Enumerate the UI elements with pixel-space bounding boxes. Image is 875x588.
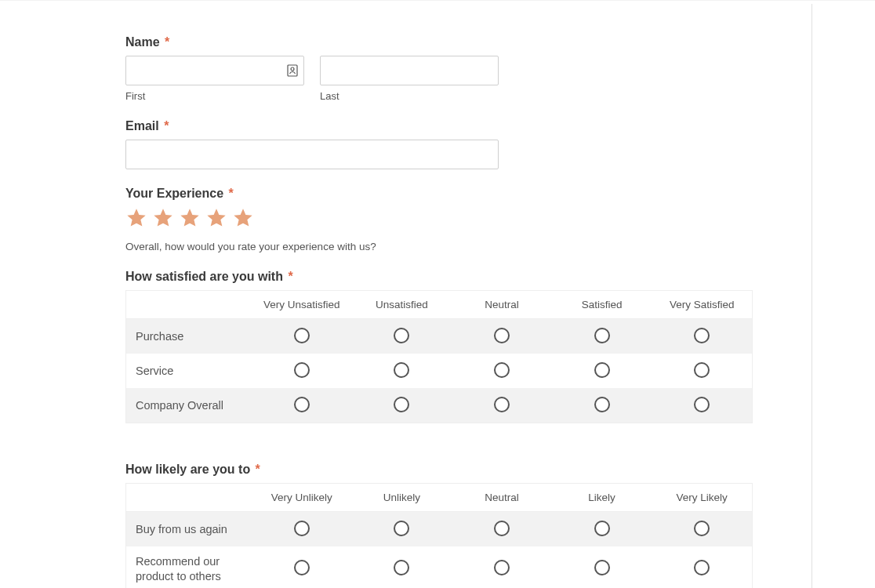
star-icon[interactable] — [232, 207, 254, 231]
radio-option[interactable] — [694, 560, 710, 575]
last-name-input[interactable] — [320, 56, 499, 85]
satisfaction-label-text: How satisfied are you with — [125, 270, 283, 283]
name-label: Name * — [125, 35, 694, 49]
last-name-col: Last — [320, 56, 499, 102]
table-row: Recommend our product to others — [126, 546, 752, 588]
first-name-col: First — [125, 56, 304, 102]
table-row: Company Overall — [126, 388, 752, 423]
satisfaction-col-header: Satisfied — [552, 291, 652, 318]
row-label: Buy from us again — [126, 514, 252, 545]
email-label-text: Email — [125, 119, 159, 132]
radio-option[interactable] — [294, 521, 310, 536]
star-icon[interactable] — [179, 207, 201, 231]
form-panel: Name * First Last — [8, 4, 812, 588]
page-frame: Name * First Last — [0, 0, 875, 588]
radio-option[interactable] — [594, 521, 610, 536]
satisfaction-table: Very Unsatisfied Unsatisfied Neutral Sat… — [125, 290, 753, 423]
satisfaction-header-row: Very Unsatisfied Unsatisfied Neutral Sat… — [126, 291, 752, 319]
svg-point-1 — [291, 67, 294, 71]
likelihood-col-header: Neutral — [452, 484, 552, 511]
required-mark: * — [229, 187, 234, 200]
radio-option[interactable] — [494, 560, 510, 575]
experience-hint: Overall, how would you rate your experie… — [125, 241, 694, 252]
likelihood-col-header: Very Unlikely — [252, 484, 352, 511]
radio-option[interactable] — [594, 362, 610, 378]
radio-option[interactable] — [494, 521, 510, 536]
satisfaction-col-header: Unsatisfied — [352, 291, 452, 318]
row-label: Company Overall — [126, 390, 252, 421]
radio-option[interactable] — [494, 328, 510, 343]
likelihood-field: How likely are you to * Very Unlikely Un… — [125, 463, 694, 588]
experience-label-text: Your Experience — [125, 187, 223, 200]
satisfaction-rows: Purchase Service — [126, 319, 752, 423]
row-label: Service — [126, 356, 252, 387]
likelihood-rows: Buy from us again Recommend our product … — [126, 512, 752, 588]
experience-field: Your Experience * Overall, how would you… — [125, 187, 694, 252]
first-name-input[interactable] — [125, 56, 304, 85]
radio-option[interactable] — [694, 521, 710, 536]
required-mark: * — [165, 35, 169, 49]
radio-option[interactable] — [394, 362, 409, 378]
table-row: Purchase — [126, 319, 752, 354]
name-label-text: Name — [125, 35, 160, 49]
name-field: Name * First Last — [125, 35, 694, 102]
satisfaction-header-blank — [126, 297, 252, 313]
radio-option[interactable] — [594, 397, 610, 412]
radio-option[interactable] — [294, 397, 310, 412]
satisfaction-col-header: Very Satisfied — [652, 291, 752, 318]
required-mark: * — [256, 463, 260, 476]
likelihood-label-text: How likely are you to — [125, 463, 250, 476]
star-icon[interactable] — [125, 207, 147, 231]
email-input[interactable] — [125, 140, 499, 169]
first-name-sublabel: First — [125, 90, 304, 102]
contact-card-icon — [287, 64, 298, 77]
email-label: Email * — [125, 119, 694, 133]
likelihood-table: Very Unlikely Unlikely Neutral Likely Ve… — [125, 483, 753, 588]
experience-label: Your Experience * — [125, 187, 694, 201]
radio-option[interactable] — [394, 560, 409, 575]
table-row: Service — [126, 354, 752, 388]
radio-option[interactable] — [494, 362, 510, 378]
radio-option[interactable] — [594, 328, 610, 343]
name-row: First Last — [125, 56, 694, 102]
radio-option[interactable] — [494, 397, 510, 412]
radio-option[interactable] — [394, 521, 409, 536]
radio-option[interactable] — [394, 397, 409, 412]
likelihood-header-row: Very Unlikely Unlikely Neutral Likely Ve… — [126, 484, 752, 512]
star-rating — [125, 207, 694, 231]
required-mark: * — [288, 270, 292, 283]
satisfaction-col-header: Very Unsatisfied — [252, 291, 352, 318]
radio-option[interactable] — [294, 362, 310, 378]
star-icon[interactable] — [205, 207, 227, 231]
satisfaction-col-header: Neutral — [452, 291, 552, 318]
radio-option[interactable] — [294, 560, 310, 575]
radio-option[interactable] — [594, 560, 610, 575]
radio-option[interactable] — [694, 328, 710, 343]
radio-option[interactable] — [694, 362, 710, 378]
satisfaction-field: How satisfied are you with * Very Unsati… — [125, 270, 694, 423]
satisfaction-label: How satisfied are you with * — [125, 270, 694, 284]
email-field: Email * — [125, 119, 694, 169]
last-name-sublabel: Last — [320, 90, 499, 102]
likelihood-col-header: Unlikely — [352, 484, 452, 511]
row-label: Recommend our product to others — [126, 546, 252, 588]
required-mark: * — [164, 119, 169, 132]
radio-option[interactable] — [394, 328, 409, 343]
table-row: Buy from us again — [126, 512, 752, 546]
likelihood-col-header: Likely — [552, 484, 652, 511]
likelihood-header-blank — [126, 490, 252, 506]
likelihood-col-header: Very Likely — [652, 484, 752, 511]
row-label: Purchase — [126, 321, 252, 352]
radio-option[interactable] — [694, 397, 710, 412]
radio-option[interactable] — [294, 328, 310, 343]
star-icon[interactable] — [152, 207, 174, 231]
likelihood-label: How likely are you to * — [125, 463, 694, 477]
